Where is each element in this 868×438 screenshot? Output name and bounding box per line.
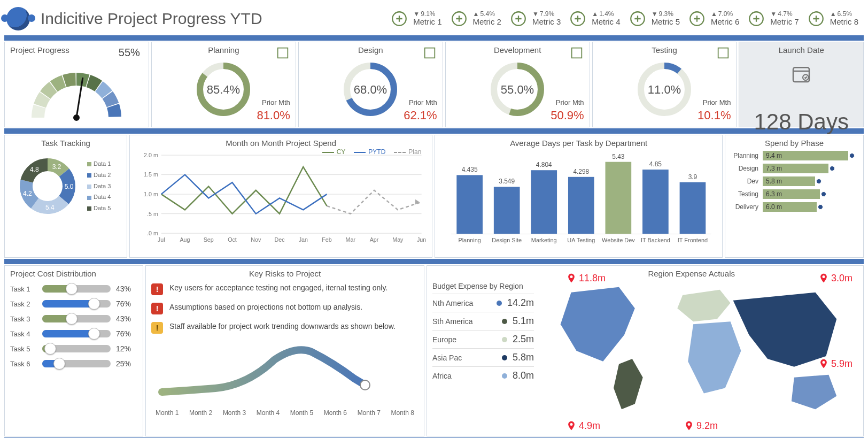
card-title: Design xyxy=(304,45,437,55)
svg-text:11.0%: 11.0% xyxy=(648,83,681,96)
risk-item: ! Key users for acceptance testing not e… xyxy=(151,283,418,295)
phase-icon xyxy=(275,45,290,62)
dist-slider[interactable] xyxy=(42,360,111,367)
region-name: Africa xyxy=(432,372,497,380)
kpi-name: Metric 7 xyxy=(770,18,799,27)
region-dot xyxy=(497,301,502,306)
phase-bar: 5.8 m xyxy=(763,176,815,186)
phase-name: Dev xyxy=(731,178,758,185)
card-title: Spend by Phase xyxy=(731,139,858,148)
phase-bar: 9.4 m xyxy=(763,151,848,160)
phase-icon xyxy=(716,45,731,62)
region-row: Nth America 14.2m xyxy=(432,294,534,312)
card-spend-phase: Spend by Phase Planning 9.4 m Design 7.3… xyxy=(725,135,864,258)
kpi-icon xyxy=(627,8,648,29)
card-title: Launch Date xyxy=(745,45,858,55)
card-title: Project Cost Distribution xyxy=(10,269,137,278)
region-row: Africa 8.0m xyxy=(432,366,534,385)
kpi-7: 4.7%Metric 7 xyxy=(742,7,802,30)
region-dot xyxy=(502,319,507,324)
phase-marker xyxy=(821,191,826,197)
card-region-map: Budget Expense by Region Nth America 14.… xyxy=(427,265,864,436)
svg-text:.0 m: .0 m xyxy=(147,230,158,236)
svg-point-79 xyxy=(570,275,573,278)
calendar-icon xyxy=(790,63,812,84)
header: Indicitive Project Progress YTD 9.1%Metr… xyxy=(2,2,866,34)
prior-label: Prior Mth xyxy=(703,98,731,106)
region-value: 2.5m xyxy=(513,334,534,345)
svg-text:3.2: 3.2 xyxy=(52,163,61,171)
kpi-name: Metric 6 xyxy=(711,18,739,27)
kpi-name: Metric 3 xyxy=(532,18,561,27)
svg-rect-14 xyxy=(424,48,435,58)
region-row: Europe 2.5m xyxy=(432,330,534,348)
map-pin: 11.8m xyxy=(566,271,606,285)
svg-text:5.43: 5.43 xyxy=(613,153,625,160)
task-legend: Data 1Data 2Data 3Data 4Data 5 xyxy=(87,158,111,214)
warning-icon: ! xyxy=(151,283,163,295)
prior-label: Prior Mth xyxy=(556,98,584,106)
kpi-2: 5.4%Metric 2 xyxy=(445,7,505,30)
legend-item: Data 3 xyxy=(87,181,111,192)
kpi-icon xyxy=(567,8,588,29)
card-testing: Testing 11.0% Prior Mth 10.1% xyxy=(592,42,737,127)
phase-name: Design xyxy=(731,165,758,172)
kpi-3: 7.9%Metric 3 xyxy=(505,7,564,30)
svg-text:Dec: Dec xyxy=(274,236,285,243)
svg-text:3.549: 3.549 xyxy=(499,178,515,185)
svg-text:1.5 m: 1.5 m xyxy=(144,172,158,178)
phase-bar: 6.3 m xyxy=(763,189,820,199)
dist-row: Task 3 43% xyxy=(10,314,137,323)
region-legend-title: Budget Expense by Region xyxy=(432,282,534,290)
svg-point-81 xyxy=(822,361,825,364)
gauge-chart xyxy=(23,60,130,124)
dist-name: Task 5 xyxy=(10,345,37,353)
svg-text:UA Testing: UA Testing xyxy=(568,237,595,243)
svg-text:4.435: 4.435 xyxy=(462,166,478,173)
card-task-tracking: Task Tracking 3.25.05.44.24.8 Data 1Data… xyxy=(4,135,127,258)
dist-slider[interactable] xyxy=(42,300,111,308)
trend-curve xyxy=(151,341,418,405)
divider-bar xyxy=(4,128,864,134)
card-project-progress: Project Progress 55% xyxy=(4,42,149,127)
kpi-name: Metric 1 xyxy=(413,18,441,27)
svg-text:Website Dev: Website Dev xyxy=(602,237,635,243)
svg-text:Sep: Sep xyxy=(204,236,214,243)
dist-slider[interactable] xyxy=(42,315,111,322)
row-mid: Task Tracking 3.25.05.44.24.8 Data 1Data… xyxy=(2,135,866,258)
dist-slider[interactable] xyxy=(42,285,111,293)
dist-row: Task 2 76% xyxy=(10,299,137,308)
legend-item: Data 5 xyxy=(87,203,111,214)
region-dot xyxy=(502,355,507,360)
kpi-icon xyxy=(448,8,470,29)
svg-rect-62 xyxy=(531,170,557,234)
phase-icon xyxy=(569,45,584,62)
kpi-name: Metric 8 xyxy=(830,18,858,27)
trend-x-axis: Month 1Month 2Month 3Month 4Month 5Month… xyxy=(151,409,418,417)
kpi-name: Metric 5 xyxy=(652,18,680,27)
dist-slider[interactable] xyxy=(42,330,111,337)
svg-point-9 xyxy=(73,114,80,121)
svg-text:85.4%: 85.4% xyxy=(207,83,240,96)
dist-pct: 43% xyxy=(116,285,137,293)
region-value: 5.1m xyxy=(513,316,534,327)
svg-rect-10 xyxy=(277,48,288,58)
svg-text:Marketing: Marketing xyxy=(531,237,557,243)
card-title: Key Risks to Project xyxy=(151,269,418,278)
phase-marker xyxy=(830,166,835,171)
svg-rect-18 xyxy=(571,48,582,58)
svg-text:IT Frontend: IT Frontend xyxy=(678,237,708,243)
svg-text:Feb: Feb xyxy=(322,236,331,243)
risk-item: ! Assumptions based on projections not b… xyxy=(151,303,418,314)
svg-rect-59 xyxy=(494,187,520,234)
dist-row: Task 4 76% xyxy=(10,329,137,338)
svg-text:Design Site: Design Site xyxy=(492,237,522,243)
dist-name: Task 6 xyxy=(10,360,37,368)
map-pin: 9.2m xyxy=(684,419,718,433)
dist-pct: 25% xyxy=(116,359,137,368)
prior-value: 81.0% xyxy=(257,109,290,122)
region-row: Sth America 5.1m xyxy=(432,312,534,330)
dist-slider[interactable] xyxy=(42,345,111,352)
svg-text:Oct: Oct xyxy=(228,236,237,243)
svg-text:55.0%: 55.0% xyxy=(501,83,534,96)
